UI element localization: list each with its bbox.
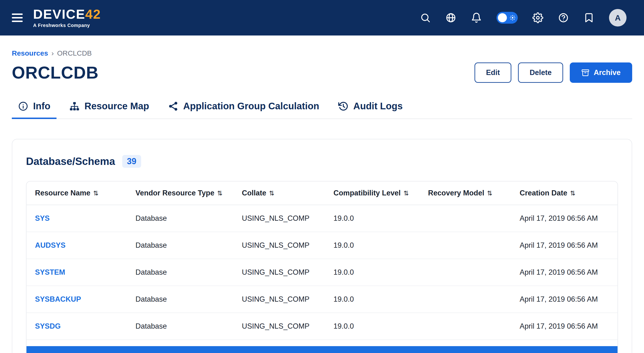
breadcrumb-current: ORCLCDB [57,49,92,57]
menu-icon[interactable] [12,12,23,24]
archive-button-label: Archive [594,68,620,77]
recovery-model-cell [420,259,511,286]
creation-date-cell: April 17, 2019 06:56 AM [511,232,618,259]
tab-application-group-calculation[interactable]: Application Group Calculation [162,97,326,119]
compatibility-level-cell: 19.0.0 [325,205,420,232]
sort-icon: ⇅ [217,190,223,197]
sort-icon: ⇅ [269,190,274,197]
brand-logo[interactable]: DEVICE42 A Freshworks Company [33,8,101,28]
page-title: ORCLCDB [12,63,98,82]
column-header-recovery-model[interactable]: Recovery Model⇅ [420,181,511,205]
database-schema-card: Database/Schema 39 Resource Name⇅ Vendor… [12,139,632,353]
section-title: Database/Schema [26,155,115,167]
table-header-row: Resource Name⇅ Vendor Resource Type⇅ Col… [26,181,618,205]
column-header-creation-date[interactable]: Creation Date⇅ [511,181,618,205]
tab-audit-logs-label: Audit Logs [353,101,402,111]
sort-icon: ⇅ [570,190,576,197]
recovery-model-cell [420,232,511,259]
edit-button[interactable]: Edit [474,63,512,83]
sort-icon: ⇅ [93,190,98,197]
clipped-bottom-bar [26,346,618,353]
info-icon [18,101,28,111]
count-badge: 39 [122,155,141,168]
resource-name-link[interactable]: SYS [26,205,127,232]
page-actions: Edit Delete Archive [474,63,632,83]
collate-cell: USING_NLS_COMP [233,259,325,286]
vendor-resource-type-cell: Database [127,286,233,313]
gear-icon[interactable] [532,12,543,23]
table-body: SYS Database USING_NLS_COMP 19.0.0 April… [26,205,618,340]
tab-bar: Info Resource Map Application Group Calc… [12,97,632,119]
help-icon[interactable] [558,12,569,23]
tab-resource-map-label: Resource Map [84,101,149,111]
brand-tagline: A Freshworks Company [33,23,101,28]
table-row: SYSTEM Database USING_NLS_COMP 19.0.0 Ap… [26,259,618,286]
notifications-bell-icon[interactable] [471,12,482,23]
tab-audit-logs[interactable]: Audit Logs [332,97,409,119]
compatibility-level-cell: 19.0.0 [325,313,420,340]
top-navbar: DEVICE42 A Freshworks Company A [0,0,644,36]
theme-toggle[interactable] [496,12,518,24]
table-row: SYSDG Database USING_NLS_COMP 19.0.0 Apr… [26,313,618,340]
vendor-resource-type-cell: Database [127,232,233,259]
collate-cell: USING_NLS_COMP [233,313,325,340]
delete-button[interactable]: Delete [518,63,563,83]
breadcrumb: Resources › ORCLCDB [12,49,632,57]
recovery-model-cell [420,205,511,232]
sort-icon: ⇅ [487,190,492,197]
breadcrumb-separator: › [51,49,54,57]
column-header-resource-name[interactable]: Resource Name⇅ [26,181,127,205]
avatar[interactable]: A [609,9,626,27]
main-content: Resources › ORCLCDB ORCLCDB Edit Delete … [0,36,644,353]
sort-icon: ⇅ [404,190,409,197]
resource-name-link[interactable]: SYSDG [26,313,127,340]
resource-name-link[interactable]: SYSTEM [26,259,127,286]
bookmark-icon[interactable] [584,12,594,23]
creation-date-cell: April 17, 2019 06:56 AM [511,286,618,313]
creation-date-cell: April 17, 2019 06:56 AM [511,259,618,286]
globe-icon[interactable] [446,12,456,23]
vendor-resource-type-cell: Database [127,205,233,232]
recovery-model-cell [420,313,511,340]
resource-name-link[interactable]: AUDSYS [26,232,127,259]
archive-icon [581,69,590,77]
database-schema-table: Resource Name⇅ Vendor Resource Type⇅ Col… [26,181,618,353]
column-header-collate[interactable]: Collate⇅ [233,181,325,205]
creation-date-cell: April 17, 2019 06:56 AM [511,313,618,340]
breadcrumb-resources-link[interactable]: Resources [12,49,48,57]
tab-application-group-calculation-label: Application Group Calculation [183,101,320,111]
history-icon [338,101,348,111]
sparkle-icon [509,15,516,21]
table-row: AUDSYS Database USING_NLS_COMP 19.0.0 Ap… [26,232,618,259]
vendor-resource-type-cell: Database [127,259,233,286]
archive-button[interactable]: Archive [570,63,632,83]
compatibility-level-cell: 19.0.0 [325,232,420,259]
creation-date-cell: April 17, 2019 06:56 AM [511,205,618,232]
recovery-model-cell [420,286,511,313]
search-icon[interactable] [420,12,431,23]
brand-name: DEVICE42 [33,8,101,21]
table-row: SYS Database USING_NLS_COMP 19.0.0 April… [26,205,618,232]
table-row: SYSBACKUP Database USING_NLS_COMP 19.0.0… [26,286,618,313]
resource-name-link[interactable]: SYSBACKUP [26,286,127,313]
compatibility-level-cell: 19.0.0 [325,259,420,286]
collate-cell: USING_NLS_COMP [233,286,325,313]
tab-info-label: Info [33,101,50,111]
tab-info[interactable]: Info [12,97,56,119]
sitemap-icon [69,101,80,111]
brand-accent: 42 [85,7,101,22]
tab-resource-map[interactable]: Resource Map [63,97,155,119]
collate-cell: USING_NLS_COMP [233,232,325,259]
share-nodes-icon [168,101,178,111]
column-header-compatibility-level[interactable]: Compatibility Level⇅ [325,181,420,205]
column-header-vendor-resource-type[interactable]: Vendor Resource Type⇅ [127,181,233,205]
toggle-knob [498,13,507,22]
collate-cell: USING_NLS_COMP [233,205,325,232]
compatibility-level-cell: 19.0.0 [325,286,420,313]
vendor-resource-type-cell: Database [127,313,233,340]
